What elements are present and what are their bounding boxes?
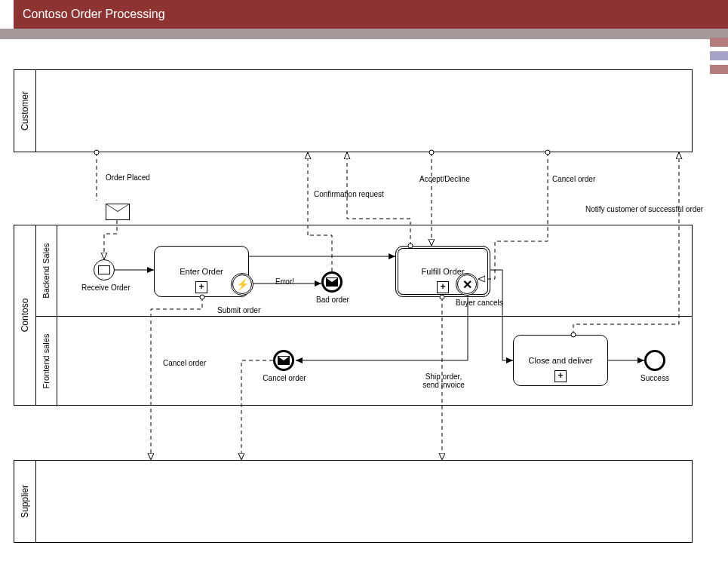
error-icon: ⚡ (236, 278, 249, 290)
envelope-icon (98, 265, 110, 274)
event-label-cancel-order: Cancel order (258, 374, 311, 382)
msg-label-cancel-left: Cancel order (163, 359, 206, 367)
end-event-success[interactable] (644, 350, 665, 371)
subprocess-marker-icon: + (195, 281, 207, 293)
task-label: Enter Order (180, 267, 223, 276)
event-label-buyer-cancels: Buyer cancels (456, 299, 503, 307)
event-label-receive-order: Receive Order (81, 284, 127, 292)
pool-customer[interactable]: Customer (14, 69, 693, 152)
lane-label-backend: Backend Sales (35, 225, 57, 316)
event-label-success: Success (632, 374, 677, 382)
msg-label-confirmation: Confirmation request (314, 190, 384, 198)
pool-label-supplier: Supplier (14, 461, 36, 542)
start-event-receive-order[interactable] (94, 259, 115, 280)
task-close-and-deliver[interactable]: Close and deliver + (513, 335, 608, 386)
seq-label-error: Error! (275, 277, 294, 286)
lane-divider (35, 316, 692, 317)
pool-supplier[interactable]: Supplier (14, 460, 693, 543)
pool-label-customer: Customer (14, 70, 36, 152)
task-label: Fulfill Order (422, 267, 465, 276)
envelope-filled-icon (278, 356, 290, 365)
pool-label-contoso: Contoso (14, 225, 36, 405)
msg-label-notify-success: Notify customer of successful order (585, 205, 703, 213)
envelope-filled-icon (326, 277, 338, 287)
boundary-event-cancel[interactable]: ✕ (456, 273, 478, 296)
msg-label-submit-order: Submit order (217, 306, 260, 314)
lane-label-frontend: Frontend sales (35, 316, 57, 406)
task-label: Close and deliver (529, 356, 593, 365)
subprocess-marker-icon: + (437, 281, 449, 293)
message-envelope-icon (106, 204, 130, 220)
msg-label-ship-invoice: Ship order, send invoice (413, 372, 474, 389)
msg-label-cancel-top: Cancel order (552, 175, 595, 183)
diagram-title: Contoso Order Processing (23, 8, 165, 20)
event-label-bad-order: Bad order (314, 296, 352, 304)
diagram-title-bar: Contoso Order Processing (14, 0, 728, 29)
msg-label-accept-decline: Accept/Decline (419, 175, 470, 183)
header-band (0, 29, 728, 39)
end-event-cancel-order[interactable] (273, 350, 294, 371)
end-event-bad-order[interactable] (321, 271, 342, 293)
boundary-event-error[interactable]: ⚡ (231, 273, 253, 296)
subprocess-marker-icon: + (554, 370, 567, 382)
msg-label-order-placed: Order Placed (106, 173, 150, 182)
cancel-icon: ✕ (462, 277, 472, 292)
header-accent (710, 33, 728, 74)
